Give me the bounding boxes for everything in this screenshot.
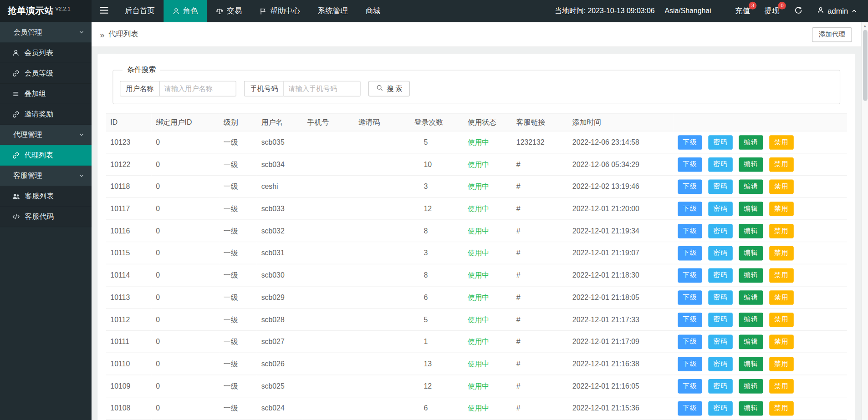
- action-disable-button[interactable]: 禁用: [769, 312, 794, 327]
- action-lower-button[interactable]: 下级: [678, 401, 702, 415]
- cell-actions: 下级密码编辑禁用: [674, 397, 847, 420]
- action-password-button[interactable]: 密码: [708, 379, 733, 393]
- action-lower-button[interactable]: 下级: [678, 179, 702, 194]
- nav-item-后台首页[interactable]: 后台首页: [116, 0, 164, 22]
- app-version: V2.2.1: [55, 5, 70, 11]
- action-disable-button[interactable]: 禁用: [769, 379, 794, 393]
- sidebar-toggle-button[interactable]: [92, 0, 116, 22]
- action-password-button[interactable]: 密码: [708, 268, 733, 283]
- scroll-up-arrow[interactable]: ▲: [862, 22, 868, 30]
- nav-item-交易[interactable]: 交易: [207, 0, 250, 22]
- table-header-row: ID绑定用户ID级别用户名手机号邀请码登录次数使用状态客服链接添加时间: [106, 113, 847, 131]
- action-password-button[interactable]: 密码: [708, 179, 733, 194]
- cell-actions: 下级密码编辑禁用: [674, 286, 847, 309]
- action-disable-button[interactable]: 禁用: [769, 401, 794, 415]
- action-password-button[interactable]: 密码: [708, 357, 733, 371]
- sidebar-group-客服管理[interactable]: 客服管理: [0, 166, 92, 186]
- action-password-button[interactable]: 密码: [708, 157, 733, 172]
- action-lower-button[interactable]: 下级: [678, 357, 702, 371]
- action-password-button[interactable]: 密码: [708, 246, 733, 260]
- sidebar-item-邀请奖励[interactable]: 邀请奖励: [0, 104, 92, 125]
- sidebar-item-代理列表[interactable]: 代理列表: [0, 145, 92, 166]
- action-edit-button[interactable]: 编辑: [739, 312, 763, 327]
- sidebar-item-label: 客服代码: [25, 212, 54, 222]
- action-lower-button[interactable]: 下级: [678, 246, 702, 260]
- sidebar-group-代理管理[interactable]: 代理管理: [0, 125, 92, 145]
- nav-item-帮助中心[interactable]: 帮助中心: [250, 0, 309, 22]
- sidebar-item-label: 客服列表: [25, 191, 54, 201]
- action-lower-button[interactable]: 下级: [678, 268, 702, 283]
- search-button[interactable]: 搜 索: [368, 81, 410, 96]
- action-password-button[interactable]: 密码: [708, 135, 733, 150]
- action-lower-button[interactable]: 下级: [678, 202, 702, 216]
- trade-icon: [216, 7, 224, 15]
- action-edit-button[interactable]: 编辑: [739, 290, 763, 305]
- action-disable-button[interactable]: 禁用: [769, 268, 794, 283]
- nav-item-系统管理[interactable]: 系统管理: [309, 0, 357, 22]
- action-lower-button[interactable]: 下级: [678, 157, 702, 172]
- action-disable-button[interactable]: 禁用: [769, 290, 794, 305]
- action-password-button[interactable]: 密码: [708, 401, 733, 415]
- nav-item-角色[interactable]: 角色: [163, 0, 207, 22]
- cell-service_link: #: [512, 353, 568, 375]
- action-lower-button[interactable]: 下级: [678, 135, 702, 150]
- scrollbar-thumb[interactable]: [863, 30, 867, 101]
- sidebar-item-会员等级[interactable]: 会员等级: [0, 63, 92, 84]
- cell-created: 2022-12-01 21:17:09: [568, 330, 673, 353]
- action-lower-button[interactable]: 下级: [678, 290, 702, 305]
- action-lower-button[interactable]: 下级: [678, 223, 702, 238]
- sidebar: 会员管理会员列表会员等级叠加组邀请奖励代理管理代理列表客服管理客服列表客服代码: [0, 22, 92, 420]
- cell-actions: 下级密码编辑禁用: [674, 375, 847, 397]
- sidebar-item-客服列表[interactable]: 客服列表: [0, 186, 92, 207]
- action-disable-button[interactable]: 禁用: [769, 157, 794, 172]
- action-edit-button[interactable]: 编辑: [739, 334, 763, 349]
- cell-username: scb028: [257, 309, 303, 331]
- sidebar-item-叠加组[interactable]: 叠加组: [0, 84, 92, 104]
- add-agent-button[interactable]: 添加代理: [812, 27, 852, 42]
- cell-created: 2022-12-01 21:20:00: [568, 197, 673, 220]
- nav-item-商城[interactable]: 商城: [357, 0, 389, 22]
- timezone: Asia/Shanghai: [665, 7, 711, 15]
- action-edit-button[interactable]: 编辑: [739, 246, 763, 260]
- action-disable-button[interactable]: 禁用: [769, 357, 794, 371]
- cell-invite_code: [354, 397, 410, 420]
- sidebar-item-会员列表[interactable]: 会员列表: [0, 43, 92, 63]
- scrollbar[interactable]: ▲: [861, 22, 868, 420]
- action-password-button[interactable]: 密码: [708, 334, 733, 349]
- action-lower-button[interactable]: 下级: [678, 312, 702, 327]
- action-edit-button[interactable]: 编辑: [739, 179, 763, 194]
- table-row: 101140一级scb0308使用中#2022-12-01 21:18:30下级…: [106, 264, 847, 286]
- action-edit-button[interactable]: 编辑: [739, 379, 763, 393]
- sidebar-group-会员管理[interactable]: 会员管理: [0, 22, 92, 43]
- phone-input[interactable]: [283, 81, 360, 96]
- username-input[interactable]: [159, 81, 236, 96]
- cell-logins: 6: [410, 286, 463, 309]
- withdraw-link[interactable]: 提现 0: [757, 0, 787, 22]
- recharge-link[interactable]: 充值 3: [728, 0, 757, 22]
- user-menu[interactable]: admin: [811, 0, 863, 22]
- sidebar-item-客服代码[interactable]: 客服代码: [0, 207, 92, 227]
- action-disable-button[interactable]: 禁用: [769, 246, 794, 260]
- cell-created: 2022-12-02 13:19:46: [568, 175, 673, 197]
- refresh-button[interactable]: [786, 0, 810, 22]
- action-edit-button[interactable]: 编辑: [739, 223, 763, 238]
- action-password-button[interactable]: 密码: [708, 202, 733, 216]
- action-password-button[interactable]: 密码: [708, 223, 733, 238]
- action-edit-button[interactable]: 编辑: [739, 157, 763, 172]
- column-header: 客服链接: [512, 113, 568, 131]
- action-disable-button[interactable]: 禁用: [769, 334, 794, 349]
- action-lower-button[interactable]: 下级: [678, 334, 702, 349]
- action-disable-button[interactable]: 禁用: [769, 135, 794, 150]
- cell-invite_code: [354, 264, 410, 286]
- action-password-button[interactable]: 密码: [708, 312, 733, 327]
- action-disable-button[interactable]: 禁用: [769, 179, 794, 194]
- action-lower-button[interactable]: 下级: [678, 379, 702, 393]
- action-edit-button[interactable]: 编辑: [739, 135, 763, 150]
- action-password-button[interactable]: 密码: [708, 290, 733, 305]
- action-edit-button[interactable]: 编辑: [739, 202, 763, 216]
- action-edit-button[interactable]: 编辑: [739, 401, 763, 415]
- action-disable-button[interactable]: 禁用: [769, 223, 794, 238]
- action-edit-button[interactable]: 编辑: [739, 268, 763, 283]
- action-disable-button[interactable]: 禁用: [769, 202, 794, 216]
- action-edit-button[interactable]: 编辑: [739, 357, 763, 371]
